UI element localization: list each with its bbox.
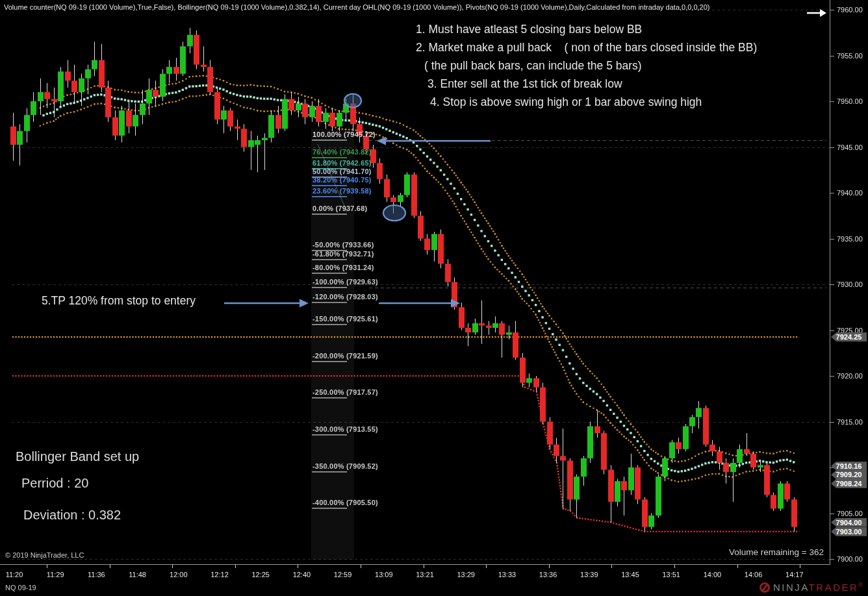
price-marker-badge: 7904.00 (831, 518, 867, 527)
rule-3-text: 3. Enter sell at the 1st tick of break l… (428, 77, 622, 91)
brand-trader-text: TRADER (809, 582, 859, 593)
time-axis-tick (674, 565, 675, 568)
fib-level-label: -100.00% (7929.63) (313, 278, 378, 286)
time-axis-tick (361, 565, 361, 568)
arrow-head (820, 9, 826, 17)
time-axis-tick (298, 565, 298, 568)
price-axis-tick (830, 376, 834, 377)
annotation-arrow-head (451, 299, 460, 308)
time-axis-tick (549, 565, 550, 568)
fib-level-label: -150.00% (7925.61) (313, 315, 378, 323)
price-marker-badge: 7903.00 (831, 527, 867, 536)
bb-setup-period: Perriod : 20 (21, 476, 88, 491)
time-axis-tick (486, 565, 487, 568)
time-axis-tick (172, 565, 173, 568)
time-axis-label: 14:17 (780, 571, 809, 578)
price-marker-badge: 7924.25 (831, 332, 867, 341)
time-axis-tick (800, 565, 800, 568)
price-axis-label: 7950.00 (837, 97, 863, 105)
price-axis-label: 7940.00 (837, 189, 863, 197)
brand-ninja-text: NINJA (773, 582, 809, 593)
time-axis-label: 12:59 (329, 571, 357, 578)
fib-level-label: -50.00% (7933.66) (313, 241, 374, 249)
time-axis-label: 12:12 (205, 571, 234, 578)
price-axis-tick (830, 330, 834, 331)
scroll-to-latest-arrow-icon[interactable] (804, 4, 830, 23)
time-axis-tick (737, 565, 738, 568)
fib-level-label: -80.00% (7931.24) (313, 264, 374, 271)
price-axis-tick (830, 147, 834, 148)
price-axis-tick (830, 422, 834, 423)
time-axis-label: 12:40 (287, 571, 316, 578)
price-axis-tick (830, 193, 834, 193)
price-axis-label: 7955.00 (837, 52, 863, 60)
fib-level-label: -120.00% (7928.03) (313, 293, 378, 301)
price-axis-label: 7905.00 (837, 510, 863, 517)
time-axis-tick (424, 565, 424, 568)
y-axis-line (830, 0, 830, 565)
time-axis-label: 13:45 (616, 571, 645, 578)
time-axis-label: 12:25 (246, 571, 275, 578)
time-axis-label: 12:00 (164, 571, 193, 578)
price-axis-tick (830, 56, 834, 56)
rule-2-text: 2. Market make a pull back ( non of the … (416, 41, 757, 55)
time-axis-label: 13:36 (534, 571, 563, 578)
fib-level-label: -400.00% (7905.50) (313, 499, 378, 506)
fib-level-label: -350.00% (7909.52) (313, 462, 378, 470)
time-axis-label: 14:00 (698, 571, 726, 578)
rule-4-text: 4. Stop is above swing high or 1 bar abo… (430, 95, 702, 109)
time-axis-label: 11:36 (82, 571, 110, 578)
price-axis-tick (830, 101, 834, 102)
ninjatrader-logo-icon (760, 582, 770, 593)
time-axis-label: 13:51 (657, 571, 685, 578)
fib-level-label: 0.00% (7937.68) (313, 205, 367, 212)
time-axis-label: 11:29 (41, 571, 70, 578)
price-marker-badge: 7908.24 (831, 479, 867, 488)
time-axis-label: 13:09 (370, 571, 398, 578)
volume-remaining-status: Volume remaining = 362 (729, 547, 824, 557)
rule-1-text: 1. Must have atleast 5 closing bars belo… (416, 23, 642, 36)
time-axis-label: 11:48 (123, 571, 152, 578)
time-axis-label: 13:29 (452, 571, 480, 578)
price-axis-tick (830, 559, 834, 560)
price-axis-label: 7935.00 (837, 235, 863, 243)
fib-level-label: 100.00% (7945.72) (313, 130, 376, 138)
x-axis-line (0, 564, 830, 565)
fib-level-label: -61.80% (7932.71) (313, 250, 374, 258)
fib-level-label: 50.00% (7941.70) (313, 168, 372, 175)
swing-marker-ellipse (344, 94, 361, 108)
ninjatrader-brand: NINJATRADER® (760, 582, 863, 593)
price-axis-label: 7915.00 (837, 418, 863, 426)
price-axis-tick (830, 284, 834, 285)
tp-note-text: 5.TP 120% from stop to entery (42, 294, 196, 308)
price-axis-label: 7930.00 (837, 280, 863, 288)
price-axis-label: 7945.00 (837, 143, 863, 151)
time-axis-label: 13:39 (575, 571, 604, 578)
price-axis-label: 7900.00 (837, 555, 863, 563)
time-axis-tick (110, 565, 110, 568)
indicator-title-bar: Volume counter(NQ 09-19 (1000 Volume),Tr… (4, 3, 709, 11)
price-axis-label: 7960.00 (837, 6, 863, 14)
bb-setup-deviation: Deviation : 0.382 (23, 508, 121, 523)
time-axis-label: 13:33 (492, 571, 521, 578)
time-axis-tick (235, 565, 236, 568)
swing-marker-ellipse (383, 205, 405, 221)
instrument-label: NQ 09-19 (5, 584, 36, 591)
fib-level-label: 76.40% (7943.82) (313, 148, 372, 156)
price-axis-label: 7920.00 (837, 372, 863, 380)
time-axis-tick (47, 565, 47, 568)
time-axis-tick (611, 565, 612, 568)
fib-level-label: 23.60% (7939.58) (313, 187, 372, 195)
price-axis-tick (830, 239, 834, 240)
time-axis-label: 11:20 (0, 571, 29, 578)
fib-level-label: -250.00% (7917.57) (313, 388, 378, 396)
price-axis-tick (830, 10, 834, 10)
annotation-arrow-head (377, 137, 386, 145)
time-axis-label: 14:06 (739, 571, 768, 578)
price-marker-badge: 7910.16 (831, 462, 867, 471)
fib-level-label: -300.00% (7913.55) (313, 425, 378, 433)
ninjatrader-chart-window: Volume counter(NQ 09-19 (1000 Volume),Tr… (0, 0, 868, 596)
brand-registered-mark: ® (858, 582, 863, 588)
fib-level-label: 38.20% (7940.75) (313, 176, 372, 184)
time-axis-label: 13:21 (411, 571, 439, 578)
